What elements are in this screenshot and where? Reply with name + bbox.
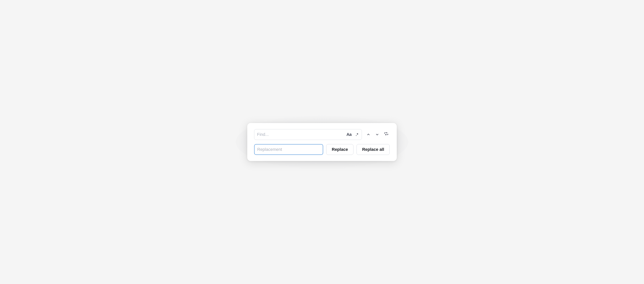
replacement-input[interactable]: [257, 147, 320, 152]
replace-arrows-icon: [384, 132, 388, 137]
replacement-input-wrapper: [254, 144, 323, 155]
match-case-button[interactable]: Aa: [346, 132, 352, 137]
find-input[interactable]: [257, 132, 344, 137]
find-input-wrapper: Aa .*: [254, 129, 362, 140]
find-row: Aa .*: [254, 129, 390, 140]
find-icons: Aa .*: [346, 132, 359, 137]
next-match-button[interactable]: [374, 131, 381, 138]
regex-button[interactable]: .*: [355, 132, 359, 137]
nav-icons: [365, 131, 390, 138]
toggle-replace-button[interactable]: [382, 131, 390, 138]
match-case-icon: Aa: [346, 132, 352, 137]
find-replace-dialog: Aa .*: [247, 123, 397, 161]
regex-icon: .*: [356, 133, 358, 136]
replace-all-button[interactable]: Replace all: [356, 144, 390, 155]
prev-match-button[interactable]: [365, 131, 372, 138]
chevron-down-icon: [375, 132, 379, 137]
replace-row: Replace Replace all: [254, 144, 390, 155]
replace-button[interactable]: Replace: [326, 144, 354, 155]
chevron-up-icon: [366, 132, 370, 137]
